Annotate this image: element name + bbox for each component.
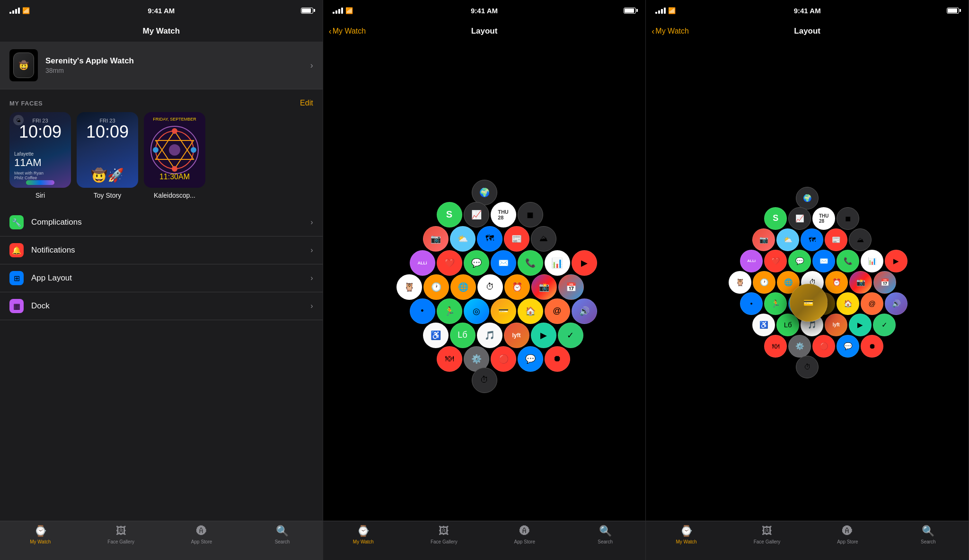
app-icon-wallet-moving[interactable]: 💳 [790, 283, 828, 322]
app-icon-apogee[interactable]: ALLi [410, 250, 435, 276]
app-icon-messenger[interactable]: 💬 [518, 346, 543, 372]
app-icon-todo[interactable]: ✓ [558, 323, 583, 348]
app-ig-3[interactable]: 📸 [849, 271, 872, 294]
app-icon-uber[interactable]: ◼ [518, 202, 543, 228]
app-icon-dot[interactable]: • [410, 298, 435, 324]
app-mail-3[interactable]: ✉️ [812, 250, 835, 272]
app-icon-phone[interactable]: 📞 [518, 250, 543, 276]
app-timer-bottom-3[interactable]: ⏱ [796, 356, 819, 378]
app-icon-worldclock-top-3[interactable]: 🌍 [796, 187, 819, 210]
app-heart-3[interactable]: ❤️ [764, 250, 787, 272]
app-settings-3[interactable]: ⚙️ [788, 335, 811, 358]
app-icon-breathe[interactable]: ◎ [464, 298, 489, 324]
app-icon-infuse[interactable]: ▶ [531, 323, 556, 348]
app-icon-timers[interactable]: ⏱ [477, 274, 503, 300]
app-owly-3[interactable]: 🦉 [729, 271, 751, 294]
tab-search-3[interactable]: 🔍 Search [888, 525, 969, 544]
menu-item-notifications[interactable]: 🔔 Notifications › [0, 236, 323, 264]
app-yelp-3[interactable]: 🍽 [764, 335, 787, 358]
app-stopwatch-3[interactable]: ⏰ [825, 271, 848, 294]
app-icon-photos[interactable]: 📷 [423, 226, 449, 252]
app-icon-stopwatch[interactable]: ⏰ [504, 274, 530, 300]
app-summit-3[interactable]: ⛰ [849, 228, 872, 251]
app-stocks-3[interactable]: 📈 [788, 207, 811, 230]
app-coppice-3[interactable]: 🔴 [812, 335, 835, 358]
app-home-3[interactable]: 🏠 [837, 292, 859, 315]
app-icon-scrobble[interactable]: S [437, 202, 462, 228]
app-icon-stocks[interactable]: 📈 [464, 202, 489, 228]
app-apogee-3[interactable]: ALLi [740, 250, 763, 272]
app-icon-mail[interactable]: ✉️ [491, 250, 516, 276]
tab-appstore-3[interactable]: 🅐 App Store [807, 525, 888, 544]
watch-device-row[interactable]: 🤠 Serenity's Apple Watch 38mm › [0, 42, 323, 89]
app-icon-timer-bottom[interactable]: ⏱ [472, 368, 497, 393]
app-icon-lifeline[interactable]: Lб [450, 323, 476, 348]
app-clock-3[interactable]: 🕐 [753, 271, 775, 294]
app-icon-calendar[interactable]: THU28 [491, 202, 516, 228]
app-accessibility-3[interactable]: ♿ [752, 314, 775, 336]
app-airsticker-3[interactable]: @ [861, 292, 883, 315]
app-icon-worldclock-top[interactable]: 🌍 [472, 180, 497, 205]
app-s-3[interactable]: S [764, 207, 787, 230]
app-icon-maps[interactable]: 🗺 [477, 226, 502, 252]
tab-facegallery-2[interactable]: 🖼 Face Gallery [404, 525, 484, 544]
face-item-toystory[interactable]: FRI 23 10:09 🤠🚀 Toy Story [77, 112, 138, 199]
face-item-siri[interactable]: 🌤 FRI 23 10:09 Lafayette 11AM Meet with … [9, 112, 71, 199]
tab-search-2[interactable]: 🔍 Search [565, 525, 645, 544]
app-record-3[interactable]: ⏺ [861, 335, 883, 358]
app-icon-owly[interactable]: 🦉 [396, 274, 422, 300]
tab-mywatch-2[interactable]: ⌚ My Watch [323, 525, 404, 544]
app-icon-yelp[interactable]: 🍽 [437, 346, 462, 372]
app-icon-heart[interactable]: ❤️ [437, 250, 462, 276]
tab-appstore-1[interactable]: 🅐 App Store [161, 525, 242, 544]
app-uber-3[interactable]: ◼ [837, 207, 859, 230]
tab-mywatch-3[interactable]: ⌚ My Watch [646, 525, 726, 544]
app-photos-3[interactable]: 📷 [752, 228, 775, 251]
app-icon-fantastical[interactable]: 📅 [558, 274, 584, 300]
app-strava-3[interactable]: ▶ [885, 250, 907, 272]
app-icon-accessibility[interactable]: ♿ [423, 323, 449, 348]
app-msgs-3[interactable]: 💬 [788, 250, 811, 272]
app-icon-instagram[interactable]: 📸 [531, 274, 557, 300]
tab-mywatch-1[interactable]: ⌚ My Watch [0, 525, 80, 544]
app-cal-3[interactable]: THU28 [812, 207, 835, 230]
app-icon-airsticker[interactable]: @ [545, 298, 570, 324]
app-weather-3[interactable]: ⛅ [776, 228, 799, 251]
app-icon-clock[interactable]: 🕐 [423, 274, 449, 300]
app-phone-3[interactable]: 📞 [837, 250, 859, 272]
app-messenger-3[interactable]: 💬 [837, 335, 859, 358]
app-maps-3[interactable]: 🗺 [801, 228, 823, 251]
app-icon-globe[interactable]: 🌐 [450, 274, 476, 300]
face-item-kaleido[interactable]: FRIDAY, SEPTEMBER 11:30AM Kaleidoscop... [144, 112, 205, 199]
tab-facegallery-3[interactable]: 🖼 Face Gallery [727, 525, 807, 544]
app-dot-3[interactable]: • [740, 292, 763, 315]
app-fantastical-3[interactable]: 📅 [873, 271, 896, 294]
app-icon-lyft[interactable]: lyft [504, 323, 529, 348]
app-icon-music[interactable]: 🎵 [477, 323, 502, 348]
tab-search-1[interactable]: 🔍 Search [242, 525, 322, 544]
app-icon-coppice[interactable]: 🔴 [491, 346, 516, 372]
app-icon-nowplaying[interactable]: 🔊 [572, 298, 597, 324]
menu-item-complications[interactable]: 🔧 Complications › [0, 209, 323, 236]
app-icon-summit[interactable]: ⛰ [531, 226, 556, 252]
menu-item-dock[interactable]: ▦ Dock › [0, 292, 323, 320]
app-lyft-3[interactable]: lyft [825, 314, 847, 336]
tab-appstore-2[interactable]: 🅐 App Store [484, 525, 565, 544]
app-news-3[interactable]: 📰 [825, 228, 847, 251]
app-infuse-3[interactable]: ▶ [849, 314, 872, 336]
app-icon-news[interactable]: 📰 [504, 226, 529, 252]
nav-back-2[interactable]: ‹ My Watch [329, 26, 366, 36]
app-icon-record[interactable]: ⏺ [545, 346, 570, 372]
nav-back-3[interactable]: ‹ My Watch [652, 26, 689, 36]
app-icon-strava[interactable]: ▶ [572, 250, 597, 276]
app-icon-activity[interactable]: 🏃 [437, 298, 462, 324]
app-nowplaying-3[interactable]: 🔊 [885, 292, 907, 315]
app-icon-keynote[interactable]: 📊 [545, 250, 570, 276]
app-activity-3[interactable]: 🏃 [764, 292, 787, 315]
app-icon-home[interactable]: 🏠 [518, 298, 543, 324]
tab-facegallery-1[interactable]: 🖼 Face Gallery [80, 525, 161, 544]
app-icon-weather[interactable]: ⛅ [450, 226, 476, 252]
app-icon-wallet[interactable]: 💳 [491, 298, 516, 324]
menu-item-applayout[interactable]: ⊞ App Layout › [0, 264, 323, 292]
app-keynote-3[interactable]: 📊 [861, 250, 883, 272]
